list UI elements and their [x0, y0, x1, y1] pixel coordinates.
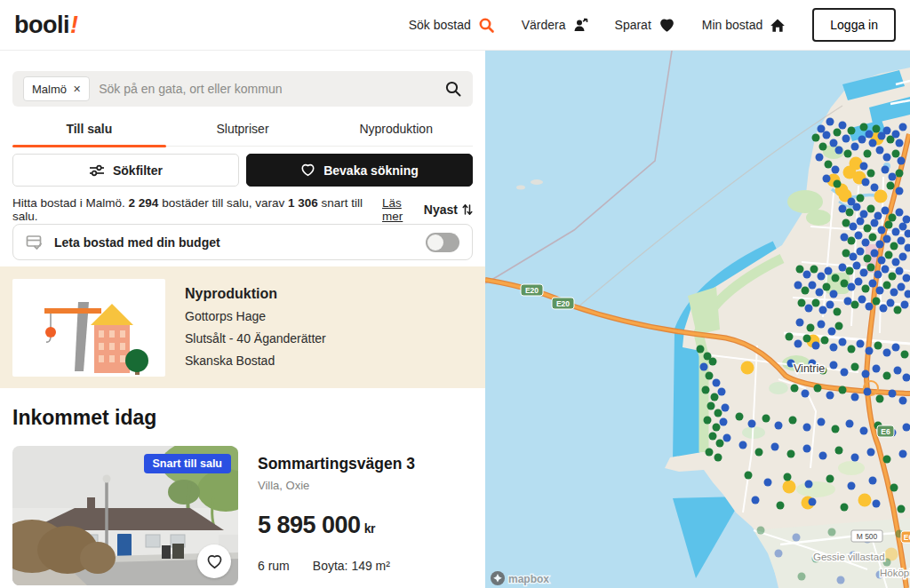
map-dot[interactable]	[818, 321, 826, 329]
map-dot[interactable]	[723, 434, 731, 442]
map-dot[interactable]	[841, 234, 849, 242]
map-dot[interactable]	[857, 218, 865, 226]
nav-sok-bostad[interactable]: Sök bostad	[409, 17, 495, 34]
map-dot[interactable]	[805, 481, 813, 489]
map-dot[interactable]	[720, 418, 728, 426]
map-dot[interactable]	[866, 303, 874, 311]
map-dot[interactable]	[899, 450, 907, 458]
map-dot[interactable]	[862, 179, 870, 187]
map-dot[interactable]	[812, 342, 820, 350]
nav-sparat[interactable]: Sparat	[615, 18, 675, 33]
map-dot[interactable]	[787, 450, 795, 458]
map-dot[interactable]	[850, 223, 858, 231]
map-dot[interactable]	[851, 301, 859, 309]
map-dot[interactable]	[889, 214, 897, 222]
map-dot[interactable]	[841, 369, 849, 377]
map-dot[interactable]	[853, 262, 861, 270]
map-panel[interactable]: E20 E20 E6 M 500 E6 Vintrie Gessie villa…	[485, 51, 910, 588]
map-dot[interactable]	[807, 324, 815, 332]
map-dot[interactable]	[791, 385, 799, 393]
map-dot[interactable]	[752, 497, 760, 505]
map-dot[interactable]	[825, 267, 833, 275]
booli-logo[interactable]: booli!	[14, 12, 77, 39]
budget-toggle[interactable]	[426, 233, 459, 252]
map-dot[interactable]	[786, 333, 794, 341]
map-dot[interactable]	[783, 481, 796, 494]
map-dot[interactable]	[866, 347, 874, 355]
map-dot[interactable]	[762, 415, 770, 423]
map-dot[interactable]	[862, 370, 870, 378]
map-dot[interactable]	[706, 449, 714, 457]
tab-till-salu[interactable]: Till salu	[12, 115, 166, 146]
map-dot[interactable]	[736, 413, 744, 421]
map-dot[interactable]	[874, 271, 882, 279]
map-dot[interactable]	[873, 125, 881, 133]
map-dot[interactable]	[793, 534, 801, 542]
listing-photo[interactable]: Snart till salu	[12, 446, 238, 585]
map-dot[interactable]	[812, 299, 820, 307]
map-dot[interactable]	[894, 367, 902, 375]
map-dot[interactable]	[826, 118, 834, 126]
map-dot[interactable]	[714, 409, 722, 417]
map-dot[interactable]	[855, 278, 863, 286]
map-dot[interactable]	[798, 573, 806, 581]
search-chip-malmo[interactable]: Malmö ✕	[23, 76, 90, 101]
map-dot[interactable]	[851, 393, 859, 401]
map-dot[interactable]	[803, 335, 811, 343]
map-dot[interactable]	[739, 441, 747, 449]
map-dot[interactable]	[830, 362, 838, 369]
map-dot[interactable]	[716, 440, 724, 448]
map-dot[interactable]	[876, 147, 884, 155]
save-listing-button[interactable]	[197, 544, 231, 578]
map-dot[interactable]	[883, 456, 891, 464]
map-dot[interactable]	[857, 248, 865, 256]
map-dot[interactable]	[894, 306, 902, 314]
map-dot[interactable]	[901, 351, 909, 359]
map-dot[interactable]	[896, 209, 904, 217]
map-dot[interactable]	[889, 273, 897, 281]
map-dot[interactable]	[882, 207, 890, 215]
map-dot[interactable]	[775, 422, 783, 430]
map-dot[interactable]	[707, 402, 715, 410]
map-dot[interactable]	[819, 452, 827, 460]
map-dot[interactable]	[889, 390, 897, 398]
map-dot[interactable]	[857, 340, 865, 348]
tab-slutpriser[interactable]: Slutpriser	[166, 115, 320, 146]
map-dot[interactable]	[883, 127, 891, 135]
map-dot[interactable]	[764, 479, 772, 487]
map-dot[interactable]	[885, 251, 893, 259]
map-dot[interactable]	[860, 211, 868, 219]
map-dot[interactable]	[848, 127, 856, 135]
map-dot[interactable]	[775, 550, 783, 558]
map-dot[interactable]	[842, 250, 850, 258]
map-dot[interactable]	[722, 404, 730, 412]
sort-control[interactable]: Nyast	[424, 203, 473, 217]
map-dot[interactable]	[841, 504, 849, 512]
map-canvas[interactable]: E20 E20 E6 M 500 E6 Vintrie Gessie villa…	[485, 51, 910, 588]
map-dot[interactable]	[821, 337, 829, 345]
map-dot[interactable]	[867, 205, 875, 213]
nyproduktion-promo-card[interactable]: Nyproduktion Gottorps Hage Slutsålt - 40…	[0, 266, 485, 388]
map-dot[interactable]	[892, 258, 900, 266]
map-dot[interactable]	[802, 390, 810, 398]
map-dot[interactable]	[883, 372, 891, 380]
map-dot[interactable]	[741, 362, 754, 375]
map-dot[interactable]	[713, 424, 721, 432]
map-dot[interactable]	[713, 379, 721, 387]
map-dot[interactable]	[896, 170, 904, 178]
map-dot[interactable]	[898, 283, 906, 291]
search-submit-icon[interactable]	[444, 80, 462, 98]
map-dot[interactable]	[839, 122, 847, 130]
map-dot[interactable]	[855, 232, 863, 240]
map-dot[interactable]	[876, 287, 884, 295]
map-dot[interactable]	[889, 173, 897, 181]
map-dot[interactable]	[706, 372, 714, 380]
map-dot[interactable]	[871, 184, 879, 192]
map-dot[interactable]	[873, 365, 881, 373]
map-dot[interactable]	[860, 163, 868, 171]
map-dot[interactable]	[874, 190, 888, 203]
map-dot[interactable]	[869, 139, 877, 147]
map-dot[interactable]	[901, 301, 909, 309]
map-dot[interactable]	[802, 287, 810, 295]
map-dot[interactable]	[876, 241, 884, 249]
